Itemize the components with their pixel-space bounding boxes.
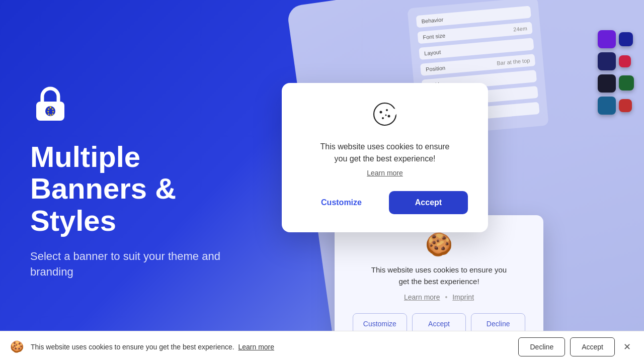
banner1-cookie-icon bbox=[302, 101, 468, 133]
swatch-darkblue[interactable] bbox=[619, 32, 633, 46]
svg-point-19 bbox=[392, 113, 395, 116]
color-swatches-panel bbox=[598, 30, 634, 119]
bottom-bar-accept-button[interactable]: Accept bbox=[570, 337, 615, 356]
banner2-dot-separator: • bbox=[445, 293, 447, 301]
banner2-text-line2: get the best experience! bbox=[398, 277, 479, 286]
headline-line1: Multiple bbox=[30, 140, 140, 173]
swatch-navy[interactable] bbox=[598, 52, 616, 70]
swatch-black[interactable] bbox=[598, 74, 616, 93]
bottom-bar-cookie-icon: 🍪 bbox=[10, 340, 24, 353]
banner2-text-line1: This website uses cookies to ensure you bbox=[371, 265, 507, 274]
svg-point-14 bbox=[388, 115, 390, 118]
bottom-bar-text: This website uses cookies to ensure you … bbox=[31, 343, 511, 351]
subheadline: Select a banner to suit your theme and b… bbox=[30, 249, 221, 280]
banner1-customize-button[interactable]: Customize bbox=[302, 191, 381, 214]
bottom-bar-buttons: Decline Accept ✕ bbox=[518, 337, 634, 356]
banner2-text: This website uses cookies to ensure you … bbox=[353, 264, 525, 287]
swatch-purple[interactable] bbox=[598, 30, 616, 48]
bottom-cookie-bar: 🍪 This website uses cookies to ensure yo… bbox=[0, 331, 644, 362]
banner1-accept-button[interactable]: Accept bbox=[389, 191, 468, 214]
left-section: ★ ★ ★ ★ ★ ★ ★ ★ Multiple Banners & Style… bbox=[30, 0, 272, 362]
bottom-bar-decline-button[interactable]: Decline bbox=[518, 337, 565, 356]
svg-point-12 bbox=[380, 111, 382, 114]
banner1-text-line1: This website uses cookies to ensure bbox=[320, 142, 449, 151]
svg-text:★: ★ bbox=[49, 114, 52, 117]
bottom-bar-learn-more-link[interactable]: Learn more bbox=[238, 343, 274, 351]
swatch-green[interactable] bbox=[619, 75, 634, 90]
bottom-bar-message: This website uses cookies to ensure you … bbox=[31, 343, 234, 351]
banner1-learn-more-link[interactable]: Learn more bbox=[302, 169, 468, 177]
headline-line3: Styles bbox=[30, 204, 116, 237]
svg-point-15 bbox=[382, 117, 384, 119]
banner2-cookie-icon: 🍪 bbox=[353, 231, 525, 257]
swatch-blue2[interactable] bbox=[598, 97, 616, 115]
swatch-red[interactable] bbox=[619, 99, 632, 112]
banner1-buttons: Customize Accept bbox=[302, 191, 468, 214]
banner2-imprint-link[interactable]: Imprint bbox=[452, 293, 474, 301]
swatch-pink[interactable] bbox=[619, 55, 631, 67]
lock-icon: ★ ★ ★ ★ ★ ★ ★ ★ bbox=[30, 82, 272, 125]
headline-line2: Banners & bbox=[30, 172, 176, 205]
banner2-card: 🍪 This website uses cookies to ensure yo… bbox=[335, 215, 543, 350]
bottom-bar-close-button[interactable]: ✕ bbox=[620, 340, 634, 354]
main-headline: Multiple Banners & Styles bbox=[30, 141, 272, 237]
svg-point-13 bbox=[386, 109, 388, 111]
banner1-text-line2: you get the best experience! bbox=[334, 154, 435, 163]
banner2-learn-more-link[interactable]: Learn more bbox=[404, 293, 440, 301]
banner2-links: Learn more • Imprint bbox=[353, 293, 525, 301]
banner1-card: This website uses cookies to ensure you … bbox=[282, 83, 488, 232]
banner1-text: This website uses cookies to ensure you … bbox=[302, 141, 468, 165]
svg-point-16 bbox=[385, 115, 387, 116]
